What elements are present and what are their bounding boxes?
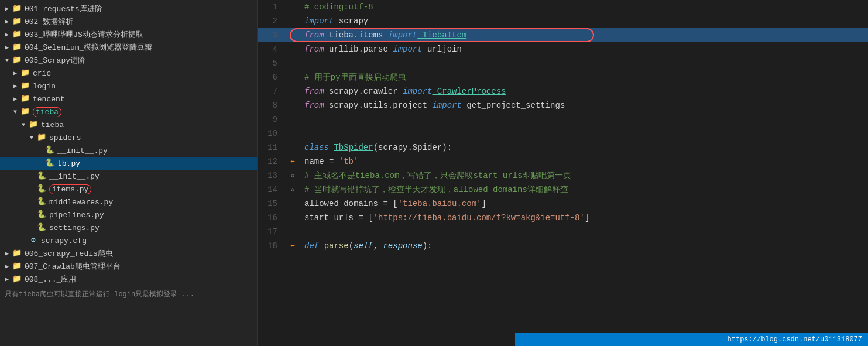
python-file-icon: 🐍	[44, 158, 55, 169]
line-content-18[interactable]: def parse(self, response):	[299, 239, 868, 253]
tree-arrow-001[interactable]: ▶	[2, 5, 12, 12]
tree-label-settings_py: settings.py	[49, 224, 100, 232]
line-content-15[interactable]: allowed_domains = ['tieba.baidu.com']	[299, 197, 868, 211]
line-number-4: 4	[258, 42, 287, 56]
line-content-5[interactable]	[299, 56, 868, 70]
tree-item-tb_py[interactable]: 🐍tb.py	[0, 157, 257, 170]
tree-item-login[interactable]: ▶📁login	[0, 80, 257, 93]
tree-arrow-006[interactable]: ▶	[2, 250, 12, 257]
line-content-13[interactable]: # 主域名不是tieba.com，写错了，只会爬取start_urls即贴吧第一…	[299, 169, 868, 183]
token: TbSpider	[334, 143, 373, 152]
token: import	[388, 30, 417, 40]
line-content-11[interactable]: class TbSpider(scrapy.Spider):	[299, 141, 868, 155]
python-file-icon: 🐍	[36, 197, 47, 207]
tree-label-005: 005_Scrapy进阶	[25, 55, 85, 66]
line-content-1[interactable]: # coding:utf-8	[299, 0, 868, 14]
token: # 主域名不是tieba.com，写错了，只会爬取start_urls即贴吧第一…	[304, 171, 571, 180]
tree-item-002[interactable]: ▶📁002_数据解析	[0, 15, 257, 28]
folder-icon: 📁	[20, 81, 30, 91]
tree-item-tieba[interactable]: ▼📁tieba	[0, 105, 257, 118]
tree-item-cric[interactable]: ▶📁cric	[0, 67, 257, 80]
tree-arrow-004[interactable]: ▶	[2, 44, 12, 51]
code-editor[interactable]: 1# coding:utf-82import scrapy3from tieba…	[258, 0, 868, 346]
code-line-4: 4from urllib.parse import urljoin	[258, 42, 868, 56]
tree-arrow-spiders[interactable]: ▼	[27, 135, 36, 141]
line-gutter-1	[287, 0, 299, 14]
line-content-2[interactable]: import scrapy	[299, 14, 868, 28]
line-gutter-17	[287, 225, 299, 239]
line-content-7[interactable]: from scrapy.crawler import CrawlerProces…	[299, 84, 868, 98]
line-gutter-12: ⬅	[287, 155, 299, 169]
tree-item-tencent[interactable]: ▶📁tencent	[0, 93, 257, 105]
code-line-12: 12⬅ name = 'tb'	[258, 155, 868, 169]
tree-arrow-007[interactable]: ▶	[2, 263, 12, 270]
tree-arrow-008[interactable]: ▶	[2, 276, 12, 283]
token: 'https://tieba.baidu.com/f?kw=akg&ie=utf…	[373, 213, 585, 222]
line-content-17[interactable]	[299, 225, 868, 239]
tree-arrow-tencent[interactable]: ▶	[11, 95, 20, 102]
tree-item-middlewares_py[interactable]: 🐍middlewares.py	[0, 196, 257, 208]
line-gutter-6	[287, 70, 299, 84]
folder-open-icon: 📁	[28, 119, 39, 130]
code-line-18: 18⬅ def parse(self, response):	[258, 239, 868, 253]
blog-url: https://blog.csdn.net/u011318077	[728, 335, 862, 344]
line-content-9[interactable]	[299, 112, 868, 126]
tree-item-001[interactable]: ▶📁001_requests库进阶	[0, 2, 257, 15]
code-line-7: 7 from scrapy.crawler import CrawlerProc…	[258, 84, 868, 98]
line-content-10[interactable]	[299, 126, 868, 141]
tree-item-005[interactable]: ▼📁005_Scrapy进阶	[0, 54, 257, 67]
folder-open-icon: 📁	[36, 132, 47, 143]
tree-arrow-003[interactable]: ▶	[2, 31, 12, 38]
tree-item-007[interactable]: ▶📁007_Crawlab爬虫管理平台	[0, 260, 257, 273]
tree-item-003[interactable]: ▶📁003_哔哩哔哩JS动态请求分析提取	[0, 28, 257, 41]
folder-icon: 📁	[12, 16, 22, 27]
tree-arrow-005[interactable]: ▼	[2, 57, 12, 64]
token: # 当时就写错掉坑了，检查半天才发现，allowed_domains详细解释查	[304, 185, 568, 194]
tree-arrow-tieba[interactable]: ▼	[11, 109, 20, 115]
tree-item-008[interactable]: ▶📁008_..._应用	[0, 273, 257, 286]
tree-item-004[interactable]: ▶📁004_Selenium_模拟浏览器登陆豆瓣	[0, 41, 257, 54]
line-content-14[interactable]: # 当时就写错掉坑了，检查半天才发现，allowed_domains详细解释查	[299, 183, 868, 197]
tree-arrow-tieba2[interactable]: ▼	[19, 122, 28, 128]
tree-item-__init__py2[interactable]: 🐍__init__.py	[0, 170, 257, 183]
tree-label-tb_py: tb.py	[57, 159, 80, 168]
line-content-4[interactable]: from urllib.parse import urljoin	[299, 42, 868, 56]
tree-item-spiders[interactable]: ▼📁spiders	[0, 131, 257, 144]
line-number-3: 3	[258, 28, 287, 42]
token: def	[304, 241, 319, 251]
tree-arrow-login[interactable]: ▶	[11, 83, 20, 90]
line-content-8[interactable]: from scrapy.utils.project import get_pro…	[299, 98, 868, 112]
tree-arrow-cric[interactable]: ▶	[11, 70, 20, 77]
code-line-13: 13◇ # 主域名不是tieba.com，写错了，只会爬取start_urls即…	[258, 169, 868, 183]
tree-item-pipelines_py[interactable]: 🐍pipelines.py	[0, 208, 257, 221]
token: from	[304, 44, 324, 54]
code-line-16: 16 start_urls = ['https://tieba.baidu.co…	[258, 211, 868, 225]
line-number-7: 7	[258, 84, 287, 98]
token: tieba.items	[324, 30, 388, 40]
file-tree[interactable]: ▶📁001_requests库进阶▶📁002_数据解析▶📁003_哔哩哔哩JS动…	[0, 0, 258, 346]
line-gutter-4	[287, 42, 299, 56]
line-content-16[interactable]: start_urls = ['https://tieba.baidu.com/f…	[299, 211, 868, 225]
line-content-3[interactable]: from tieba.items import TiebaItem	[299, 28, 868, 42]
line-content-6[interactable]: # 用于py里面直接启动爬虫	[299, 70, 868, 84]
tree-label-006: 006_scrapy_redis爬虫	[25, 248, 113, 259]
token: name =	[304, 157, 339, 166]
line-gutter-18: ⬅	[287, 239, 299, 253]
tree-arrow-002[interactable]: ▶	[2, 18, 12, 25]
line-number-6: 6	[258, 70, 287, 84]
tree-item-settings_py[interactable]: 🐍settings.py	[0, 221, 257, 234]
code-line-17: 17	[258, 225, 868, 239]
code-line-11: 11 class TbSpider(scrapy.Spider):	[258, 141, 868, 155]
tree-label-003: 003_哔哩哔哩JS动态请求分析提取	[25, 29, 143, 40]
token: from	[304, 30, 324, 40]
token: ]	[481, 199, 486, 208]
tree-item-tieba2[interactable]: ▼📁tieba	[0, 118, 257, 131]
line-number-13: 13	[258, 169, 287, 183]
tree-item-items_py[interactable]: 🐍items.py	[0, 183, 257, 196]
status-text: 只有tieba爬虫可以直接正常运行-login只是模拟登录-...	[0, 288, 257, 300]
tree-item-scrapy_cfg[interactable]: ⚙scrapy.cfg	[0, 234, 257, 247]
tree-item-006[interactable]: ▶📁006_scrapy_redis爬虫	[0, 247, 257, 260]
folder-icon: 📁	[12, 261, 22, 272]
line-content-12[interactable]: name = 'tb'	[299, 155, 868, 169]
tree-item-__init__py1[interactable]: 🐍__init__.py	[0, 144, 257, 157]
